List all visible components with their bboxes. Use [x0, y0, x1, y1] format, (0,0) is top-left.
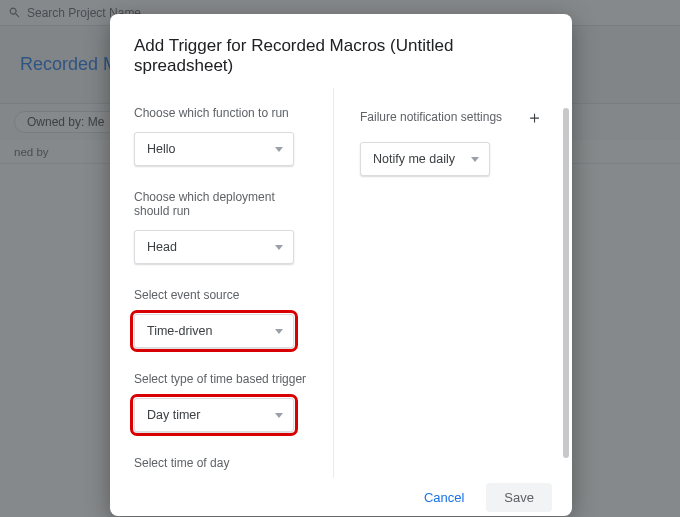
- event-source-label: Select event source: [134, 288, 311, 302]
- dialog-body: Choose which function to run Hello Choos…: [110, 88, 572, 478]
- chevron-down-icon: [275, 329, 283, 334]
- dialog-scrollbar[interactable]: [563, 108, 569, 458]
- chevron-down-icon: [471, 157, 479, 162]
- trigger-type-select-value: Day timer: [147, 408, 200, 422]
- dialog-right-column: Failure notification settings ＋ Notify m…: [334, 88, 564, 478]
- chevron-down-icon: [275, 413, 283, 418]
- save-button[interactable]: Save: [486, 483, 552, 512]
- deployment-select[interactable]: Head: [134, 230, 294, 264]
- time-of-day-label: Select time of day: [134, 456, 311, 470]
- deployment-select-value: Head: [147, 240, 177, 254]
- event-source-select-value: Time-driven: [147, 324, 213, 338]
- plus-icon: ＋: [526, 106, 543, 129]
- function-label: Choose which function to run: [134, 106, 311, 120]
- trigger-type-label: Select type of time based trigger: [134, 372, 311, 386]
- chevron-down-icon: [275, 245, 283, 250]
- event-source-select[interactable]: Time-driven: [134, 314, 294, 348]
- add-trigger-dialog: Add Trigger for Recorded Macros (Untitle…: [110, 14, 572, 516]
- failure-notification-select[interactable]: Notify me daily: [360, 142, 490, 176]
- dialog-title: Add Trigger for Recorded Macros (Untitle…: [110, 14, 572, 88]
- dialog-left-column: Choose which function to run Hello Choos…: [134, 88, 334, 478]
- cancel-button[interactable]: Cancel: [416, 483, 472, 512]
- function-select-value: Hello: [147, 142, 176, 156]
- failure-notification-value: Notify me daily: [373, 152, 455, 166]
- trigger-type-select[interactable]: Day timer: [134, 398, 294, 432]
- failure-notification-label: Failure notification settings: [360, 110, 502, 124]
- dialog-footer: Cancel Save: [110, 478, 572, 516]
- deployment-label: Choose which deployment should run: [134, 190, 311, 218]
- chevron-down-icon: [275, 147, 283, 152]
- function-select[interactable]: Hello: [134, 132, 294, 166]
- add-notification-button[interactable]: ＋: [523, 106, 545, 128]
